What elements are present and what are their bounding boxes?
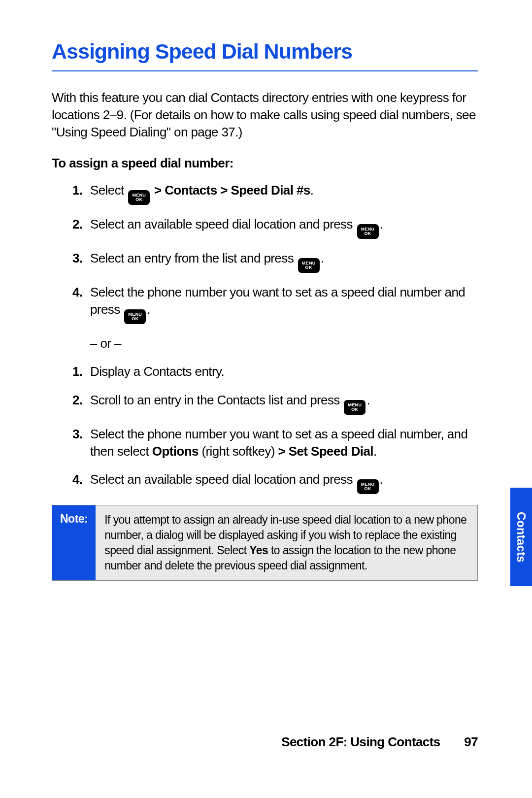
step-number: 4. bbox=[72, 284, 82, 301]
step-text: . bbox=[310, 183, 314, 198]
list-item: 1. Display a Contacts entry. bbox=[72, 363, 478, 380]
step-text: Select an available speed dial location … bbox=[90, 217, 356, 232]
or-separator: – or – bbox=[90, 335, 478, 352]
list-item: 2. Select an available speed dial locati… bbox=[72, 216, 478, 239]
list-item: 4. Select an available speed dial locati… bbox=[72, 471, 478, 494]
step-bold: > Contacts > Speed Dial #s bbox=[151, 183, 310, 198]
step-number: 2. bbox=[72, 216, 82, 233]
list-item: 3. Select an entry from the list and pre… bbox=[72, 250, 478, 273]
step-text: . bbox=[366, 393, 370, 407]
menu-ok-icon: MENUOK bbox=[298, 258, 320, 273]
side-tab-contacts: Contacts bbox=[510, 488, 532, 586]
list-item: 4. Select the phone number you want to s… bbox=[72, 284, 478, 352]
step-number: 3. bbox=[72, 250, 82, 267]
steps-list-b: 1. Display a Contacts entry. 2. Scroll t… bbox=[52, 363, 478, 494]
list-item: 1. Select MENUOK > Contacts > Speed Dial… bbox=[72, 182, 478, 205]
step-number: 3. bbox=[72, 426, 82, 443]
page-heading: Assigning Speed Dial Numbers bbox=[52, 39, 478, 71]
note-box: Note: If you attempt to assign an alread… bbox=[52, 505, 478, 581]
list-item: 3. Select the phone number you want to s… bbox=[72, 426, 478, 460]
step-number: 1. bbox=[72, 182, 82, 199]
step-text: Select an available speed dial location … bbox=[90, 472, 356, 487]
steps-list-a: 1. Select MENUOK > Contacts > Speed Dial… bbox=[52, 182, 478, 352]
step-text: . bbox=[380, 472, 383, 487]
step-text: . bbox=[373, 444, 377, 459]
intro-paragraph: With this feature you can dial Contacts … bbox=[52, 89, 478, 141]
menu-ok-icon: MENUOK bbox=[357, 224, 379, 239]
page-footer: Section 2F: Using Contacts 97 bbox=[281, 734, 478, 750]
menu-ok-icon: MENUOK bbox=[124, 309, 146, 324]
step-text: Display a Contacts entry. bbox=[90, 364, 224, 379]
step-number: 2. bbox=[72, 392, 82, 409]
page-content: Assigning Speed Dial Numbers With this f… bbox=[0, 0, 532, 581]
step-bold: > Set Speed Dial bbox=[278, 444, 373, 459]
step-number: 4. bbox=[72, 471, 82, 488]
note-bold: Yes bbox=[249, 544, 268, 557]
step-bold: Options bbox=[152, 444, 199, 459]
note-body: If you attempt to assign an already in-u… bbox=[96, 505, 477, 580]
step-text: Select an entry from the list and press bbox=[90, 251, 297, 266]
step-text: . bbox=[380, 217, 383, 232]
step-text: Select bbox=[90, 183, 127, 198]
step-text: Scroll to an entry in the Contacts list … bbox=[90, 393, 343, 407]
list-item: 2. Scroll to an entry in the Contacts li… bbox=[72, 392, 478, 415]
procedure-subhead: To assign a speed dial number: bbox=[52, 156, 478, 171]
menu-ok-icon: MENUOK bbox=[128, 190, 150, 205]
note-label: Note: bbox=[52, 505, 96, 580]
menu-ok-icon: MENUOK bbox=[357, 479, 379, 494]
step-text: . bbox=[147, 302, 150, 317]
footer-page-number: 97 bbox=[464, 734, 478, 749]
step-text: . bbox=[321, 251, 324, 266]
menu-ok-icon: MENUOK bbox=[344, 400, 366, 415]
step-text: (right softkey) bbox=[199, 444, 278, 459]
footer-section: Section 2F: Using Contacts bbox=[281, 734, 440, 749]
step-number: 1. bbox=[72, 363, 82, 380]
